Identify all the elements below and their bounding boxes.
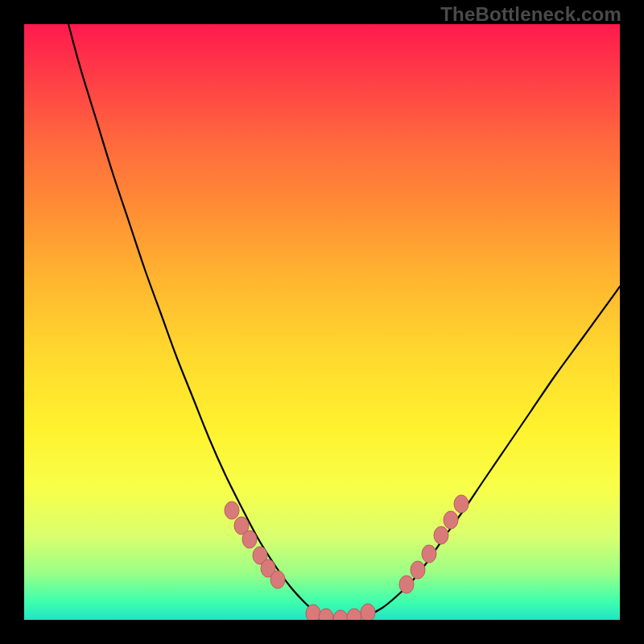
marker-dot xyxy=(270,571,285,588)
marker-dot xyxy=(444,511,458,529)
plot-area xyxy=(24,24,620,620)
curve-markers xyxy=(225,495,469,620)
marker-dot xyxy=(347,609,361,620)
chart-frame: TheBottleneck.com xyxy=(0,0,644,644)
marker-dot xyxy=(422,545,436,563)
bottleneck-curve xyxy=(68,24,620,619)
watermark-text: TheBottleneck.com xyxy=(440,3,621,26)
marker-dot xyxy=(454,495,469,513)
marker-dot xyxy=(333,610,348,620)
marker-dot xyxy=(242,530,257,548)
chart-svg xyxy=(24,24,620,620)
marker-dot xyxy=(361,604,375,620)
marker-dot xyxy=(306,605,320,620)
marker-dot xyxy=(319,609,333,620)
marker-dot xyxy=(411,561,425,579)
marker-dot xyxy=(399,576,414,593)
marker-dot xyxy=(434,526,448,544)
marker-dot xyxy=(225,502,239,519)
